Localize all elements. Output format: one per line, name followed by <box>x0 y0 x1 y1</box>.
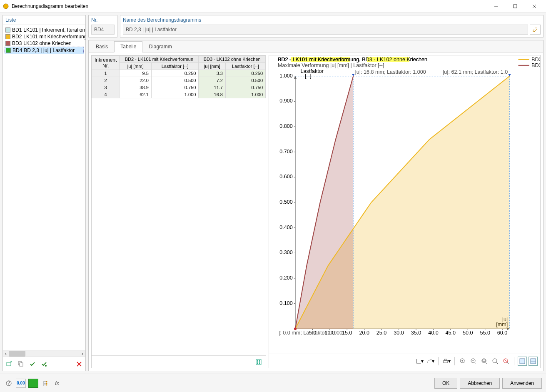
th-bd2-lf: Lastfaktor [--] <box>151 63 199 70</box>
view-mode-2-button[interactable] <box>529 357 538 366</box>
export-table-button[interactable] <box>254 357 263 367</box>
copy-item-button[interactable] <box>16 360 25 369</box>
zoom-fit-button[interactable] <box>491 357 500 366</box>
svg-rect-16 <box>257 362 258 364</box>
tabs: Basis Tabelle Diagramm <box>89 40 543 52</box>
tab-tabelle[interactable]: Tabelle <box>114 41 142 52</box>
svg-point-10 <box>45 365 47 367</box>
svg-text:15.0: 15.0 <box>342 330 352 336</box>
list-item-label: LK101 | Inkrement, Iteration | <box>23 27 85 33</box>
svg-line-102 <box>504 360 507 362</box>
close-button[interactable] <box>525 0 544 12</box>
chart[interactable]: BD2 - ​BD2 - LK101 mit Kriechverformung,… <box>269 55 540 354</box>
status-badge-green[interactable] <box>28 379 38 388</box>
svg-point-114 <box>46 382 47 384</box>
zoom-in-button[interactable] <box>458 357 467 366</box>
tab-basis[interactable]: Basis <box>90 41 114 52</box>
svg-text:Lastfaktor: Lastfaktor <box>301 68 324 74</box>
svg-text:[--]: [--] <box>305 73 311 79</box>
table-row[interactable]: 338.90.75011.70.750 <box>92 84 266 91</box>
axes-button[interactable]: ▾ <box>415 357 424 366</box>
svg-text:60.0: 60.0 <box>497 330 508 336</box>
zoom-window-button[interactable] <box>480 357 489 366</box>
view-mode-1-button[interactable] <box>518 357 527 366</box>
scroll-right-icon[interactable]: › <box>80 350 85 357</box>
th-increment: InkrementNr. <box>92 56 120 70</box>
svg-text:0.300: 0.300 <box>279 250 293 256</box>
scroll-thumb[interactable] <box>9 351 25 357</box>
svg-text:0.900: 0.900 <box>279 98 293 104</box>
svg-point-81 <box>294 327 297 330</box>
svg-text:20.0: 20.0 <box>359 330 369 336</box>
maximize-button[interactable] <box>506 0 524 12</box>
tab-diagramm[interactable]: Diagramm <box>142 41 178 52</box>
new-item-button[interactable] <box>5 360 14 369</box>
svg-rect-14 <box>257 360 258 362</box>
list-item-bd3[interactable]: BD3 LK102 ohne Kriechen <box>5 40 84 47</box>
list-item-bd4[interactable]: BD4 BD 2,3 | |u| | Lastfaktor <box>5 47 84 54</box>
color-swatch <box>5 41 10 46</box>
svg-line-92 <box>464 362 465 364</box>
curve-button[interactable]: ▾ <box>426 357 435 366</box>
minimize-button[interactable] <box>487 0 505 12</box>
cancel-button[interactable]: Abbrechen <box>460 378 500 389</box>
tree-button[interactable] <box>41 379 50 388</box>
nr-field[interactable]: BD4 <box>91 25 115 35</box>
color-swatch <box>6 48 11 53</box>
svg-rect-97 <box>483 360 485 362</box>
data-table[interactable]: InkrementNr. BD2 - LK101 mit Kriechverfo… <box>92 55 266 98</box>
svg-text:BD2 - LK101 mit Kriechverformu: BD2 - LK101 mit Kriechverformung, BD3 - … <box>278 57 427 62</box>
table-row[interactable]: 19.50.2503.30.250 <box>92 70 266 77</box>
table-pane: InkrementNr. BD2 - LK101 mit Kriechverfo… <box>91 55 266 368</box>
th-group-bd3: BD3 - LK102 ohne Kriechen <box>199 56 266 63</box>
svg-text:BD3: BD3 <box>531 62 540 68</box>
svg-rect-9 <box>20 363 23 366</box>
name-label: Name des Berechnungsdiagramms <box>123 17 541 23</box>
svg-text:0.600: 0.600 <box>279 174 293 180</box>
zoom-out-button[interactable] <box>469 357 478 366</box>
svg-line-98 <box>486 362 487 364</box>
delete-item-button[interactable] <box>75 360 84 369</box>
list-item-label: LK101 mit Kriechverformung <box>23 34 85 40</box>
list-item-id: BD3 <box>12 40 22 46</box>
help-button[interactable]: ? <box>4 379 13 388</box>
list-toolbar <box>3 357 85 371</box>
svg-text:50.0: 50.0 <box>463 330 473 336</box>
svg-text:|: 0.0 mm; Lastfaktor: 0.000: |: 0.0 mm; Lastfaktor: 0.000 <box>279 330 342 336</box>
name-field[interactable]: BD 2,3 | |u| | Lastfaktor <box>123 25 528 35</box>
chart-toolbar: ▾ ▾ ▾ <box>269 354 540 368</box>
svg-point-113 <box>46 381 47 382</box>
list-item-id: BD4 <box>12 47 22 53</box>
check-button-1[interactable] <box>28 360 37 369</box>
color-swatch <box>5 27 10 32</box>
svg-rect-15 <box>259 360 260 362</box>
window-title: Berechnungsdiagramm bearbeiten <box>12 3 487 9</box>
svg-rect-88 <box>444 359 447 360</box>
svg-rect-104 <box>520 359 525 364</box>
scroll-left-icon[interactable]: ‹ <box>3 350 9 357</box>
app-icon <box>2 3 9 10</box>
table-row[interactable]: 222.00.5007.20.500 <box>92 77 266 84</box>
svg-text:30.0: 30.0 <box>394 330 404 336</box>
th-group-bd2: BD2 - LK101 mit Kriechverformun <box>120 56 199 63</box>
list-item-label: LK102 ohne Kriechen <box>23 40 71 46</box>
dialog-footer: ? 0,00 fx OK Abbrechen Anwenden <box>0 374 546 392</box>
print-button[interactable]: ▾ <box>442 357 451 366</box>
svg-text:0.700: 0.700 <box>279 149 293 155</box>
svg-line-103 <box>507 362 509 364</box>
zoom-reset-button[interactable] <box>501 357 511 366</box>
apply-button[interactable]: Anwenden <box>502 378 542 389</box>
svg-text:0.500: 0.500 <box>279 199 293 205</box>
edit-name-button[interactable] <box>530 25 541 35</box>
th-bd3-u: |u| [mm] <box>199 63 226 70</box>
check-button-2[interactable] <box>40 360 49 369</box>
hscrollbar[interactable]: ‹ › <box>3 350 85 357</box>
titlebar: Berechnungsdiagramm bearbeiten <box>0 0 546 12</box>
table-row[interactable]: 462.11.00016.81.000 <box>92 91 266 98</box>
function-button[interactable]: fx <box>52 379 62 388</box>
units-badge[interactable]: 0,00 <box>16 379 26 388</box>
list-item-bd2[interactable]: BD2 LK101 mit Kriechverformung <box>5 33 84 40</box>
svg-rect-13 <box>256 360 261 365</box>
ok-button[interactable]: OK <box>434 378 457 389</box>
list-item-bd1[interactable]: BD1 LK101 | Inkrement, Iteration | <box>5 27 84 33</box>
